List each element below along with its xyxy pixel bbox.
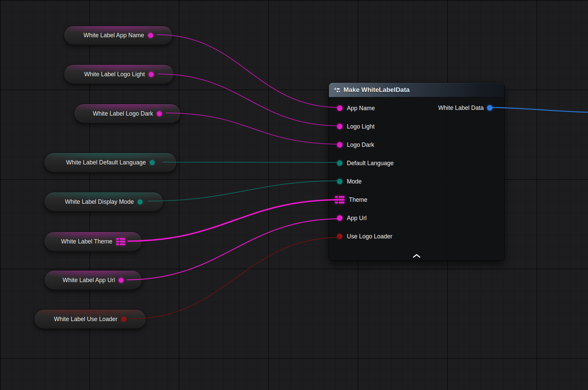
pin-label: Default Language [347,160,394,167]
string-output-pin[interactable] [119,278,124,283]
node-header[interactable]: Make WhiteLabelData [329,83,504,97]
variable-node-label: White Label App Name [84,32,144,39]
input-row-app-url: App Url [329,209,504,227]
input-row-theme: Theme [329,191,504,209]
pin-label: Logo Dark [347,141,374,149]
string-input-pin[interactable] [337,124,342,129]
struct-output-pin-icon[interactable] [116,238,125,245]
variable-node-label: White Label App Url [63,277,115,284]
variable-node-white-label-app-name[interactable]: White Label App Name [64,26,173,45]
make-struct-icon [334,87,340,93]
variable-node-label: White Label Display Mode [65,198,134,206]
string-output-pin[interactable] [149,72,154,77]
struct-input-pin-icon[interactable] [335,196,344,203]
variable-node-label: White Label Logo Dark [93,110,153,117]
string-output-pin[interactable] [157,111,162,116]
pin-label: White Label Data [438,104,484,112]
pin-label: Mode [347,178,362,185]
wire-logo-dark[interactable] [166,113,340,144]
variable-node-white-label-app-url[interactable]: White Label App Url [44,270,142,290]
enum-input-pin[interactable] [337,179,342,184]
wire-mode[interactable] [148,181,340,201]
bool-output-pin[interactable] [121,317,126,322]
enum-input-pin[interactable] [337,160,342,166]
variable-node-white-label-default-language[interactable]: White Label Default Language [44,153,177,173]
string-output-pin[interactable] [148,33,153,38]
variable-node-white-label-display-mode[interactable]: White Label Display Mode [44,192,164,212]
pin-label: Theme [349,196,367,203]
string-input-pin[interactable] [337,105,342,111]
input-row-default-language: Default Language [329,154,504,172]
pin-label: Use Logo Loader [347,233,392,240]
variable-node-white-label-theme[interactable]: White Label Theme [44,232,142,252]
variable-node-white-label-logo-light[interactable]: White Label Logo Light [64,64,174,84]
wire-logo-light[interactable] [158,74,340,126]
enum-output-pin[interactable] [150,160,155,165]
input-row-mode: Mode [329,172,504,191]
wire-app-name[interactable] [157,35,340,108]
variable-node-white-label-logo-dark[interactable]: White Label Logo Dark [74,104,181,123]
enum-output-pin[interactable] [138,199,143,204]
blueprint-graph-canvas[interactable]: White Label App Name White Label Logo Li… [0,0,588,390]
variable-node-white-label-use-loader[interactable]: White Label Use Loader [34,309,146,329]
input-row-logo-dark: Logo Dark [329,136,504,154]
wire-default-language[interactable] [163,162,340,162]
variable-node-label: White Label Use Loader [54,316,118,323]
pin-label: App Url [347,215,366,222]
variable-node-label: White Label Logo Light [84,71,145,78]
collapse-node-chevron[interactable] [411,253,422,259]
node-title: Make WhiteLabelData [343,86,410,94]
variable-node-label: White Label Theme [61,238,112,245]
output-row-white-label-data: White Label Data [438,102,492,114]
wire-app-url[interactable] [127,219,340,280]
pin-label: Logo Light [347,123,375,130]
variable-node-label: White Label Default Language [66,159,146,166]
input-row-use-logo-loader: Use Logo Loader [329,227,504,246]
string-input-pin[interactable] [337,215,342,221]
input-row-logo-light: Logo Light [329,117,504,136]
string-input-pin[interactable] [337,142,342,148]
struct-output-pin[interactable] [487,105,492,111]
make-whitelabeldata-node[interactable]: Make WhiteLabelData App Name Logo Light … [329,82,505,261]
bool-input-pin[interactable] [337,234,342,239]
pin-label: App Name [347,105,375,112]
wire-use-loader[interactable] [131,237,340,319]
